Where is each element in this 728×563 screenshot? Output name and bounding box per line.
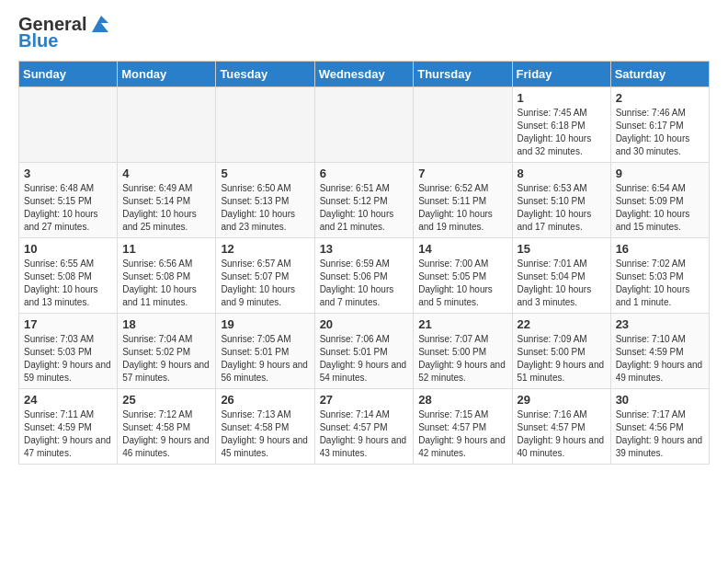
day-number: 3 (24, 167, 112, 180)
day-number: 15 (518, 242, 606, 256)
day-number: 29 (518, 393, 606, 407)
day-info: Sunrise: 7:10 AMSunset: 4:59 PMDaylight:… (616, 333, 704, 385)
header: General Blue (18, 15, 710, 50)
day-cell: 21Sunrise: 7:07 AMSunset: 5:00 PMDayligh… (414, 314, 512, 389)
day-cell: 10Sunrise: 6:55 AMSunset: 5:08 PMDayligh… (19, 238, 118, 314)
day-number: 17 (24, 317, 112, 331)
day-number: 12 (221, 242, 309, 256)
day-info: Sunrise: 6:54 AMSunset: 5:09 PMDaylight:… (616, 182, 704, 234)
day-number: 18 (122, 317, 210, 331)
day-number: 4 (122, 167, 210, 180)
week-row-2: 3Sunrise: 6:48 AMSunset: 5:15 PMDaylight… (19, 163, 710, 238)
day-info: Sunrise: 6:50 AMSunset: 5:13 PMDaylight:… (221, 182, 309, 234)
day-info: Sunrise: 6:49 AMSunset: 5:14 PMDaylight:… (122, 182, 210, 234)
day-info: Sunrise: 6:57 AMSunset: 5:07 PMDaylight:… (221, 258, 309, 309)
day-cell: 30Sunrise: 7:17 AMSunset: 4:56 PMDayligh… (610, 389, 709, 465)
weekday-header-sunday: Sunday (19, 62, 118, 87)
day-info: Sunrise: 7:09 AMSunset: 5:00 PMDaylight:… (518, 333, 606, 385)
day-number: 19 (221, 317, 309, 331)
day-number: 11 (122, 242, 210, 256)
day-cell: 4Sunrise: 6:49 AMSunset: 5:14 PMDaylight… (118, 163, 216, 238)
day-info: Sunrise: 7:12 AMSunset: 4:58 PMDaylight:… (122, 408, 210, 460)
day-number: 16 (616, 242, 704, 256)
day-cell: 17Sunrise: 7:03 AMSunset: 5:03 PMDayligh… (19, 314, 118, 389)
day-cell: 2Sunrise: 7:46 AMSunset: 6:17 PMDaylight… (610, 87, 709, 163)
day-number: 27 (320, 393, 409, 407)
day-info: Sunrise: 6:59 AMSunset: 5:06 PMDaylight:… (320, 258, 409, 309)
day-cell: 22Sunrise: 7:09 AMSunset: 5:00 PMDayligh… (512, 314, 610, 389)
day-cell: 7Sunrise: 6:52 AMSunset: 5:11 PMDaylight… (414, 163, 512, 238)
day-info: Sunrise: 7:03 AMSunset: 5:03 PMDaylight:… (24, 333, 112, 385)
day-cell: 1Sunrise: 7:45 AMSunset: 6:18 PMDaylight… (512, 87, 610, 163)
day-info: Sunrise: 7:45 AMSunset: 6:18 PMDaylight:… (518, 107, 606, 158)
day-number: 25 (122, 393, 210, 407)
day-info: Sunrise: 7:17 AMSunset: 4:56 PMDaylight:… (616, 408, 704, 460)
day-info: Sunrise: 7:00 AMSunset: 5:05 PMDaylight:… (418, 258, 506, 309)
weekday-header-saturday: Saturday (610, 62, 709, 87)
day-cell: 3Sunrise: 6:48 AMSunset: 5:15 PMDaylight… (19, 163, 118, 238)
day-info: Sunrise: 6:48 AMSunset: 5:15 PMDaylight:… (24, 182, 112, 234)
weekday-header-friday: Friday (512, 62, 610, 87)
day-number: 13 (320, 242, 409, 256)
week-row-3: 10Sunrise: 6:55 AMSunset: 5:08 PMDayligh… (19, 238, 710, 314)
day-number: 7 (418, 167, 506, 180)
day-info: Sunrise: 7:04 AMSunset: 5:02 PMDaylight:… (122, 333, 210, 385)
day-number: 1 (518, 91, 606, 105)
day-info: Sunrise: 7:01 AMSunset: 5:04 PMDaylight:… (518, 258, 606, 309)
logo-blue: Blue (18, 31, 58, 50)
day-info: Sunrise: 7:06 AMSunset: 5:01 PMDaylight:… (320, 333, 409, 385)
day-cell (314, 87, 414, 163)
day-info: Sunrise: 7:14 AMSunset: 4:57 PMDaylight:… (320, 408, 409, 460)
week-row-1: 1Sunrise: 7:45 AMSunset: 6:18 PMDaylight… (19, 87, 710, 163)
day-number: 10 (24, 242, 112, 256)
day-cell: 24Sunrise: 7:11 AMSunset: 4:59 PMDayligh… (19, 389, 118, 465)
page: General Blue SundayMondayTuesdayWednesda… (0, 0, 728, 479)
day-info: Sunrise: 6:56 AMSunset: 5:08 PMDaylight:… (122, 258, 210, 309)
day-info: Sunrise: 6:52 AMSunset: 5:11 PMDaylight:… (418, 182, 506, 234)
calendar-header-row: SundayMondayTuesdayWednesdayThursdayFrid… (19, 62, 710, 87)
day-cell: 20Sunrise: 7:06 AMSunset: 5:01 PMDayligh… (314, 314, 414, 389)
day-number: 21 (418, 317, 506, 331)
day-info: Sunrise: 6:55 AMSunset: 5:08 PMDaylight:… (24, 258, 112, 309)
day-number: 5 (221, 167, 309, 180)
day-cell: 6Sunrise: 6:51 AMSunset: 5:12 PMDaylight… (314, 163, 414, 238)
logo: General Blue (18, 15, 108, 50)
weekday-header-thursday: Thursday (414, 62, 512, 87)
day-number: 20 (320, 317, 409, 331)
day-info: Sunrise: 7:13 AMSunset: 4:58 PMDaylight:… (221, 408, 309, 460)
day-number: 28 (418, 393, 506, 407)
day-cell: 15Sunrise: 7:01 AMSunset: 5:04 PMDayligh… (512, 238, 610, 314)
day-cell: 14Sunrise: 7:00 AMSunset: 5:05 PMDayligh… (414, 238, 512, 314)
day-cell (414, 87, 512, 163)
day-cell: 29Sunrise: 7:16 AMSunset: 4:57 PMDayligh… (512, 389, 610, 465)
day-cell: 13Sunrise: 6:59 AMSunset: 5:06 PMDayligh… (314, 238, 414, 314)
day-info: Sunrise: 7:07 AMSunset: 5:00 PMDaylight:… (418, 333, 506, 385)
day-info: Sunrise: 7:11 AMSunset: 4:59 PMDaylight:… (24, 408, 112, 460)
day-number: 22 (518, 317, 606, 331)
week-row-5: 24Sunrise: 7:11 AMSunset: 4:59 PMDayligh… (19, 389, 710, 465)
day-number: 2 (616, 91, 704, 105)
day-number: 23 (616, 317, 704, 331)
calendar: SundayMondayTuesdayWednesdayThursdayFrid… (18, 61, 710, 465)
day-cell: 23Sunrise: 7:10 AMSunset: 4:59 PMDayligh… (610, 314, 709, 389)
day-info: Sunrise: 7:02 AMSunset: 5:03 PMDaylight:… (616, 258, 704, 309)
day-cell: 18Sunrise: 7:04 AMSunset: 5:02 PMDayligh… (118, 314, 216, 389)
day-cell: 16Sunrise: 7:02 AMSunset: 5:03 PMDayligh… (610, 238, 709, 314)
day-number: 26 (221, 393, 309, 407)
day-cell: 11Sunrise: 6:56 AMSunset: 5:08 PMDayligh… (118, 238, 216, 314)
day-cell: 5Sunrise: 6:50 AMSunset: 5:13 PMDaylight… (216, 163, 314, 238)
day-cell: 12Sunrise: 6:57 AMSunset: 5:07 PMDayligh… (216, 238, 314, 314)
day-number: 14 (418, 242, 506, 256)
weekday-header-tuesday: Tuesday (216, 62, 314, 87)
day-number: 9 (616, 167, 704, 180)
day-number: 6 (320, 167, 409, 180)
day-cell (216, 87, 314, 163)
day-info: Sunrise: 7:16 AMSunset: 4:57 PMDaylight:… (518, 408, 606, 460)
svg-marker-0 (92, 16, 108, 32)
day-info: Sunrise: 6:53 AMSunset: 5:10 PMDaylight:… (518, 182, 606, 234)
day-number: 8 (518, 167, 606, 180)
logo-icon (88, 16, 108, 32)
day-cell (19, 87, 118, 163)
day-cell: 26Sunrise: 7:13 AMSunset: 4:58 PMDayligh… (216, 389, 314, 465)
week-row-4: 17Sunrise: 7:03 AMSunset: 5:03 PMDayligh… (19, 314, 710, 389)
